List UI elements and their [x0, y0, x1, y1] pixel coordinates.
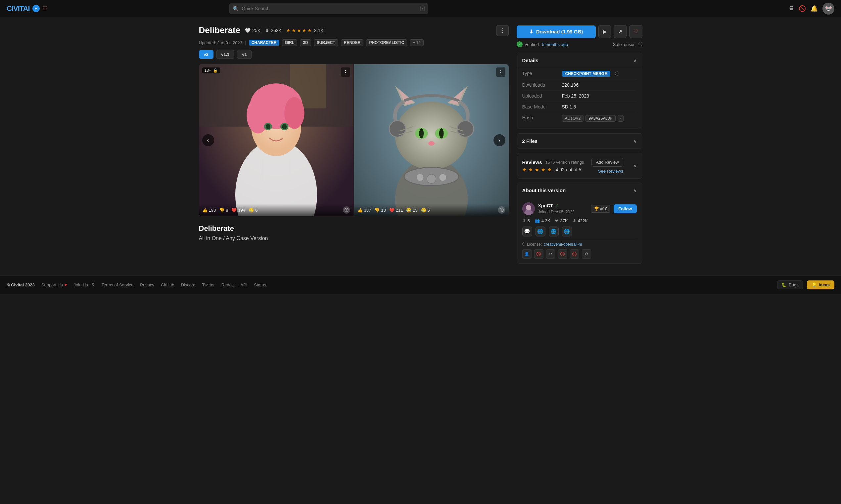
perm-icon-1: 👤 — [522, 249, 531, 258]
tags-row: Updated: Jun 01, 2023 | CHARACTER GIRL 3… — [199, 39, 509, 46]
svg-point-14 — [395, 102, 468, 170]
img2-laugh-stat: 😂 25 — [406, 208, 417, 213]
about-section-header[interactable]: About this version ∨ — [517, 183, 642, 198]
status-link[interactable]: Status — [254, 283, 266, 287]
details-section-header[interactable]: Details ∧ — [517, 53, 642, 68]
follow-button[interactable]: Follow — [614, 204, 636, 213]
svg-point-32 — [427, 174, 436, 183]
creator-hearts-stat: ❤ 37K — [555, 218, 567, 223]
footer-heart-icon: ♥ — [65, 283, 67, 287]
reviews-section-header[interactable]: Reviews 1576 version ratings ★ ★ ★ ★ ★ 4… — [517, 153, 642, 178]
tag-girl[interactable]: GIRL — [282, 39, 298, 46]
creator-link-1[interactable]: 💬 — [522, 227, 532, 236]
tag-render[interactable]: RENDER — [341, 39, 364, 46]
support-us-link[interactable]: Support Us — [41, 283, 63, 287]
reviews-count: 1576 version ratings — [545, 160, 584, 165]
age-label: 13+ — [205, 68, 211, 73]
perm-icon-4: 🚫 — [558, 249, 567, 258]
logo-text: CIVITAI — [6, 4, 30, 13]
thumbs-up-stat: 👍 193 — [202, 208, 216, 213]
image-2-info-button[interactable]: ⓘ — [498, 206, 505, 214]
creator-link-2[interactable]: 🌐 — [536, 227, 545, 236]
thumbs-down-count: 8 — [226, 208, 228, 213]
gallery-next-button[interactable]: › — [493, 134, 505, 146]
reddit-link[interactable]: Reddit — [222, 283, 234, 287]
creator-row: XpuCT ✓ Joined Dec 05, 2022 🏆 #10 Follow — [522, 202, 637, 215]
ideas-button[interactable]: 💡 Ideas — [807, 281, 835, 289]
license-link[interactable]: creativeml-openrail-m — [544, 242, 582, 247]
download-arrow-icon: ⬇ — [529, 29, 533, 35]
api-link[interactable]: API — [240, 283, 247, 287]
svg-point-10 — [265, 124, 270, 129]
type-row: Type CHECKPOINT MERGE ⓘ — [522, 68, 637, 80]
image-1-menu-button[interactable]: ⋮ — [341, 68, 350, 77]
tag-subject[interactable]: SUBJECT — [314, 39, 338, 46]
no-image-icon[interactable]: 🚫 — [799, 5, 806, 12]
verified-time[interactable]: 5 months ago — [542, 42, 568, 47]
gallery-prev-button[interactable]: ‹ — [202, 134, 214, 146]
bugs-button[interactable]: 🐛 Bugs — [777, 281, 803, 289]
bell-icon[interactable]: 🔔 — [810, 5, 818, 12]
logo-heart-icon[interactable]: ♡ — [42, 5, 48, 12]
img2-laugh-icon: 😂 — [406, 208, 411, 213]
type-info-icon[interactable]: ⓘ — [615, 71, 619, 77]
safetensor-info-icon[interactable]: ⓘ — [638, 41, 643, 47]
join-us-link[interactable]: Join Us 🎖 — [74, 283, 95, 287]
creator-followers: 4.3K — [542, 218, 550, 223]
search-shortcut: / — [420, 6, 425, 11]
privacy-link[interactable]: Privacy — [140, 283, 154, 287]
creator-avatar — [522, 202, 535, 215]
add-review-button[interactable]: Add Review — [592, 158, 623, 167]
footer: © Civitai 2023 Support Us ♥ Join Us 🎖 Te… — [0, 275, 841, 294]
hash-expand-button[interactable]: › — [618, 115, 624, 122]
rank-icon: 🏆 — [594, 206, 599, 211]
likes-count: 25K — [252, 28, 261, 33]
monitor-icon[interactable]: 🖥 — [788, 5, 794, 12]
play-button[interactable]: ▶ — [598, 25, 611, 38]
reviews-chevron-icon: ∨ — [633, 163, 637, 168]
model-title-row: Deliberate 🤍 25K ⬇ 262K ★ ★ ★ ★ ★ — [199, 25, 324, 35]
hash-type: AUTOV2 — [562, 115, 584, 122]
creator-link-3[interactable]: 🌐 — [549, 227, 559, 236]
logo[interactable]: CIVITAI + ♡ — [6, 4, 48, 13]
girl-image — [199, 64, 353, 216]
files-section: 2 Files ∨ — [516, 133, 643, 149]
files-section-header[interactable]: 2 Files ∨ — [517, 133, 642, 148]
version-tab-v11[interactable]: v1.1 — [216, 50, 234, 59]
tags-more[interactable]: + 14 — [410, 39, 424, 46]
img2-thumbs-down-icon: 👎 — [374, 208, 380, 213]
favorite-button[interactable]: ♡ — [629, 25, 643, 38]
star-5: ★ — [308, 28, 312, 33]
more-options-button[interactable]: ⋮ — [496, 25, 509, 36]
share-button[interactable]: ↗ — [614, 25, 627, 38]
logo-plus-icon[interactable]: + — [32, 5, 40, 12]
heart-icon: 🤍 — [245, 28, 250, 33]
review-star-2: ★ — [529, 167, 533, 172]
creator-link-4[interactable]: 🌐 — [562, 227, 572, 236]
see-reviews-link[interactable]: See Reviews — [598, 169, 623, 174]
tag-photorealistic[interactable]: PHOTOREALISTIC — [366, 39, 407, 46]
terms-link[interactable]: Terms of Service — [102, 283, 134, 287]
hash-row: Hash AUTOV2 9ABA26ABDF › — [522, 112, 637, 124]
user-avatar[interactable]: 🐭 — [822, 3, 835, 15]
reviews-title-row: Reviews 1576 version ratings — [522, 159, 584, 165]
img2-hearts-stat: ❤️ 211 — [389, 208, 403, 213]
about-chevron-icon: ∨ — [633, 188, 637, 193]
tag-character[interactable]: CHARACTER — [249, 40, 279, 46]
nav-right: 🖥 🚫 🔔 🐭 — [788, 3, 835, 15]
discord-link[interactable]: Discord — [181, 283, 195, 287]
nsfw-icon: 🔒 — [213, 68, 218, 73]
github-link[interactable]: GitHub — [161, 283, 174, 287]
search-input[interactable] — [229, 3, 428, 14]
version-tab-v2[interactable]: v2 — [199, 50, 213, 59]
twitter-link[interactable]: Twitter — [202, 283, 214, 287]
img2-cry-stat: 😢 5 — [421, 208, 430, 213]
image-2-menu-button[interactable]: ⋮ — [496, 68, 505, 77]
download-button[interactable]: ⬇ Download (1.99 GB) — [516, 25, 596, 38]
tag-3d[interactable]: 3D — [300, 39, 311, 46]
rating-stars-row: ★ ★ ★ ★ ★ 2.1K — [286, 28, 324, 33]
star-2: ★ — [292, 28, 296, 33]
image-1-info-button[interactable]: ⓘ — [343, 206, 350, 214]
version-tab-v1[interactable]: v1 — [237, 50, 251, 59]
svg-point-7 — [284, 97, 304, 129]
